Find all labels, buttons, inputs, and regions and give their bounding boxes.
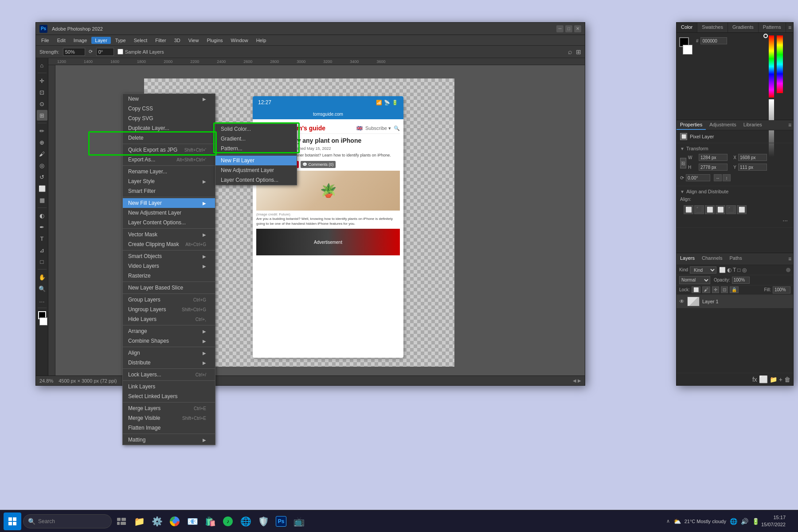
menu-align[interactable]: Align▶ — [123, 348, 215, 358]
fx-button[interactable]: fx — [752, 376, 757, 383]
menu-smart-objects[interactable]: Smart Objects▶ — [123, 251, 215, 261]
show-hidden-icons[interactable]: ∧ — [666, 518, 670, 524]
crop-tool[interactable]: ⊞ — [37, 110, 47, 121]
kind-filter[interactable]: Kind — [690, 266, 716, 274]
width-input[interactable] — [699, 154, 728, 161]
taskview-icon[interactable] — [113, 513, 129, 529]
file-explorer-icon[interactable]: 📁 — [131, 513, 147, 529]
outlook-icon[interactable]: 📧 — [184, 513, 200, 529]
fill-input[interactable] — [773, 286, 790, 293]
angle-input[interactable] — [686, 174, 710, 181]
gradient-tool[interactable]: ▦ — [37, 195, 47, 205]
outer-hue-strip[interactable] — [777, 35, 783, 93]
sound-icon[interactable]: 🔊 — [741, 518, 748, 525]
create-group-button[interactable]: 📁 — [770, 376, 777, 383]
fill-layer-content-options[interactable]: Layer Content Options... — [215, 175, 297, 185]
lock-position-btn[interactable]: ✛ — [712, 286, 719, 293]
align-center-h-btn[interactable]: ⬛ — [694, 205, 704, 214]
minimize-button[interactable]: ─ — [556, 25, 563, 32]
menu-vector-mask[interactable]: Vector Mask▶ — [123, 230, 215, 239]
zoom-tool[interactable]: 🔍 — [37, 283, 47, 294]
menu-filter[interactable]: Filter — [152, 37, 169, 44]
filter-shape-icon[interactable]: □ — [737, 267, 740, 273]
menu-view[interactable]: View — [185, 37, 203, 44]
filter-smart-icon[interactable]: ◎ — [742, 267, 747, 273]
fill-solid-color[interactable]: Solid Color... — [215, 124, 297, 134]
shape-tool[interactable]: □ — [37, 256, 47, 267]
start-button[interactable] — [4, 512, 21, 530]
menu-smart-filter[interactable]: Smart Filter — [123, 186, 215, 196]
eyedropper-tool[interactable]: ✏ — [37, 125, 47, 136]
menu-delete[interactable]: Delete — [123, 133, 215, 143]
menu-plugins[interactable]: Plugins — [203, 37, 226, 44]
menu-new-adjustment-layer[interactable]: New Adjustment Layer — [123, 208, 215, 218]
menu-matting[interactable]: Matting▶ — [123, 435, 215, 445]
menu-group-layers[interactable]: Group Layers Ctrl+G — [123, 295, 215, 305]
tab-adjustments[interactable]: Adjustments — [706, 120, 740, 130]
menu-new[interactable]: New▶ — [123, 94, 215, 104]
background-swatch[interactable] — [683, 45, 692, 55]
y-input[interactable] — [738, 164, 767, 171]
align-distribute-title[interactable]: ▼ Align and Distribute — [680, 189, 790, 194]
menu-select[interactable]: Select — [130, 37, 151, 44]
maximize-button[interactable]: □ — [565, 25, 572, 32]
weather-icon[interactable]: ⛅ — [673, 518, 681, 525]
opacity-input[interactable] — [732, 277, 750, 284]
menu-hide-layers[interactable]: Hide Layers Ctrl+, — [123, 314, 215, 324]
menu-create-clipping-mask[interactable]: Create Clipping Mask Alt+Ctrl+G — [123, 239, 215, 249]
chrome-icon[interactable] — [167, 513, 183, 529]
menu-edit[interactable]: Edit — [54, 37, 69, 44]
align-right-btn[interactable]: ⬜ — [705, 205, 715, 214]
healing-tool[interactable]: ⊕ — [37, 137, 47, 148]
menu-window[interactable]: Window — [227, 37, 252, 44]
tab-color[interactable]: Color — [677, 23, 697, 32]
store-icon[interactable]: 🛍️ — [202, 513, 218, 529]
menu-merge-layers[interactable]: Merge Layers Ctrl+E — [123, 403, 215, 413]
lock-image-btn[interactable]: 🖌 — [702, 286, 710, 293]
fill-gradient[interactable]: Gradient... — [215, 134, 297, 144]
hue-strip[interactable] — [769, 35, 774, 98]
add-mask-button[interactable]: ⬜ — [759, 375, 768, 383]
spotify-icon[interactable]: ♪ — [220, 513, 236, 529]
menu-combine-shapes[interactable]: Combine Shapes▶ — [123, 336, 215, 346]
menu-file[interactable]: File — [38, 37, 53, 44]
sample-all-checkbox[interactable] — [117, 49, 123, 55]
link-proportions[interactable]: ⛓ — [680, 158, 686, 168]
menu-arrange[interactable]: Arrange▶ — [123, 326, 215, 336]
move-tool[interactable]: ✛ — [37, 75, 47, 86]
menu-layer-content-options[interactable]: Layer Content Options... — [123, 218, 215, 227]
delete-layer-button[interactable]: 🗑 — [784, 376, 790, 383]
lock-transparent-btn[interactable]: ⬜ — [692, 286, 700, 293]
path-tool[interactable]: ⊿ — [37, 245, 47, 255]
menu-type[interactable]: Type — [112, 37, 129, 44]
background-color[interactable] — [39, 317, 47, 325]
menu-rasterize[interactable]: Rasterize — [123, 271, 215, 281]
unknown-app-icon[interactable]: 📺 — [291, 513, 307, 529]
taskbar-search[interactable]: 🔍 Search — [23, 514, 112, 528]
flip-h-btn[interactable]: ↔ — [714, 174, 722, 181]
pen-tool[interactable]: ✒ — [37, 222, 47, 232]
align-top-btn[interactable]: ⬜ — [716, 205, 725, 214]
menu-ungroup-layers[interactable]: Ungroup Layers Shift+Ctrl+G — [123, 305, 215, 314]
menu-select-linked-layers[interactable]: Select Linked Layers — [123, 391, 215, 401]
align-more-btn[interactable]: ··· — [680, 216, 790, 225]
toolbar-layout-icon[interactable]: ⊞ — [576, 48, 581, 55]
menu-rename-layer[interactable]: Rename Layer... — [123, 167, 215, 176]
show-desktop-btn[interactable] — [787, 512, 794, 530]
tab-swatches[interactable]: Swatches — [697, 23, 728, 32]
menu-3d[interactable]: 3D — [171, 37, 184, 44]
lasso-tool[interactable]: ⊙ — [37, 98, 47, 109]
marquee-tool[interactable]: ⊡ — [37, 87, 47, 98]
strength-input[interactable] — [63, 48, 85, 56]
menu-export-as[interactable]: Export As... Alt+Shift+Ctrl+' — [123, 155, 215, 164]
tab-layers[interactable]: Layers — [677, 254, 698, 264]
edge-icon[interactable]: 🌐 — [238, 513, 254, 529]
menu-layer-style[interactable]: Layer Style▶ — [123, 176, 215, 186]
tab-patterns[interactable]: Patterns — [759, 23, 786, 32]
lock-artboard-btn[interactable]: ⊡ — [721, 286, 728, 293]
menu-video-layers[interactable]: Video Layers▶ — [123, 261, 215, 271]
close-button[interactable]: ✕ — [574, 25, 581, 32]
history-brush[interactable]: ↺ — [37, 172, 47, 182]
fill-new-fill-layer[interactable]: New Fill Layer — [215, 156, 297, 165]
antivirus-icon[interactable]: 🛡️ — [255, 513, 271, 529]
